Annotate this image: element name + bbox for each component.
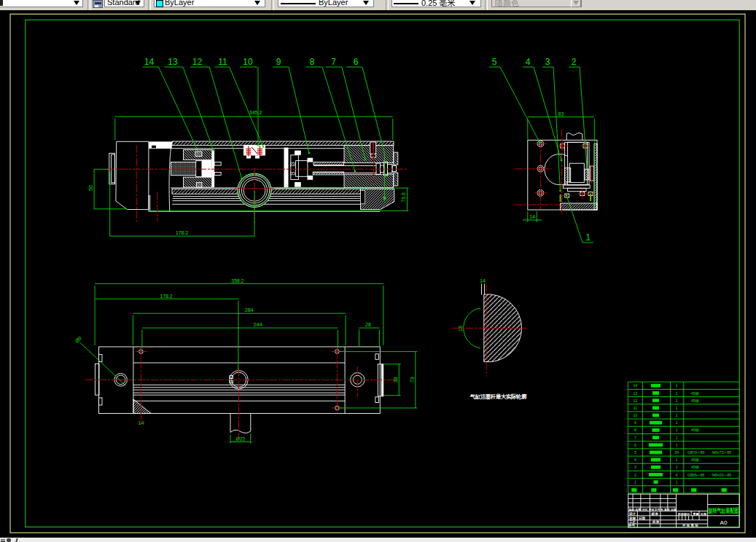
svg-text:12: 12 (634, 398, 638, 403)
svg-text:A0: A0 (720, 519, 728, 526)
svg-text:5: 5 (492, 57, 497, 67)
svg-text:GB65—86: GB65—86 (687, 473, 705, 477)
svg-text:1: 1 (676, 413, 678, 417)
svg-text:38: 38 (394, 377, 399, 382)
svg-text:5: 5 (634, 450, 636, 455)
svg-text:重量: 重量 (693, 512, 699, 516)
svg-text:45钢: 45钢 (691, 465, 699, 469)
svg-text:6: 6 (354, 57, 359, 67)
svg-text:83: 83 (558, 111, 564, 117)
svg-text:旋转气缸装配图: 旋转气缸装配图 (708, 507, 739, 514)
svg-text:9: 9 (634, 420, 636, 425)
svg-text:气缸活塞杆最大实际轮廓: 气缸活塞杆最大实际轮廓 (469, 393, 527, 400)
svg-text:1: 1 (585, 232, 591, 243)
svg-text:14: 14 (480, 278, 486, 283)
svg-text:9: 9 (276, 57, 281, 67)
svg-text:12: 12 (192, 57, 203, 67)
svg-text:178.2: 178.2 (176, 230, 189, 235)
svg-text:8: 8 (634, 428, 636, 432)
svg-text:1: 1 (676, 398, 678, 403)
svg-text:3: 3 (634, 465, 636, 469)
svg-text:11: 11 (634, 406, 637, 410)
svg-text:45钢: 45钢 (691, 428, 699, 432)
svg-text:4: 4 (634, 457, 636, 462)
svg-text:10: 10 (634, 413, 638, 417)
svg-text:M6×20—85: M6×20—85 (712, 473, 731, 477)
svg-text:1: 1 (676, 465, 678, 469)
svg-text:244: 244 (254, 322, 262, 327)
svg-text:1: 1 (676, 443, 678, 447)
svg-text:358.2: 358.2 (231, 278, 244, 283)
svg-text:28: 28 (365, 322, 371, 327)
svg-text:1: 1 (676, 383, 678, 388)
svg-text:4: 4 (526, 57, 531, 67)
svg-text:1: 1 (676, 391, 678, 396)
svg-text:1: 1 (676, 457, 678, 462)
svg-text:14: 14 (529, 214, 535, 219)
svg-text:45钢: 45钢 (691, 391, 699, 396)
svg-text:284: 284 (245, 307, 254, 313)
svg-text:共 张 第 张: 共 张 第 张 (682, 524, 698, 527)
svg-text:13: 13 (168, 57, 178, 67)
svg-text:73: 73 (410, 377, 415, 382)
svg-text:18: 18 (458, 326, 463, 331)
svg-text:Ø22: Ø22 (236, 436, 246, 441)
svg-text:批准: 批准 (652, 520, 660, 524)
svg-text:1: 1 (676, 480, 678, 484)
svg-text:10: 10 (243, 57, 253, 67)
svg-text:7: 7 (634, 436, 636, 440)
svg-text:73.6: 73.6 (401, 192, 406, 203)
svg-text:1: 1 (634, 480, 636, 484)
svg-text:345.2: 345.2 (249, 110, 262, 115)
svg-text:7: 7 (331, 57, 336, 67)
svg-text:工艺: 工艺 (629, 519, 636, 524)
svg-text:178.2: 178.2 (160, 294, 173, 299)
svg-text:4: 4 (676, 473, 678, 477)
svg-text:14: 14 (144, 57, 155, 67)
svg-text:审核: 审核 (629, 517, 636, 520)
svg-text:50: 50 (88, 185, 93, 191)
svg-text:13: 13 (634, 391, 638, 396)
svg-text:14: 14 (139, 420, 144, 425)
svg-text:14: 14 (634, 383, 638, 388)
svg-text:11: 11 (218, 57, 227, 67)
svg-text:24: 24 (674, 450, 679, 455)
svg-text:设计: 设计 (628, 511, 636, 516)
svg-text:2: 2 (634, 473, 636, 477)
svg-text:3: 3 (545, 57, 550, 67)
svg-text:M6×70—85: M6×70—85 (712, 450, 731, 455)
svg-text:1: 1 (676, 420, 678, 425)
svg-text:1: 1 (676, 436, 678, 440)
svg-text:日期: 日期 (639, 516, 646, 521)
svg-text:45钢: 45钢 (691, 457, 699, 462)
svg-text:8: 8 (310, 57, 315, 67)
svg-text:2: 2 (572, 57, 577, 67)
svg-text:45钢: 45钢 (691, 398, 699, 403)
svg-text:件号: 件号 (628, 523, 636, 528)
svg-text:1: 1 (676, 428, 678, 432)
svg-text:6: 6 (634, 443, 636, 447)
svg-text:GB70—86: GB70—86 (687, 450, 705, 455)
svg-text:1: 1 (676, 406, 678, 410)
